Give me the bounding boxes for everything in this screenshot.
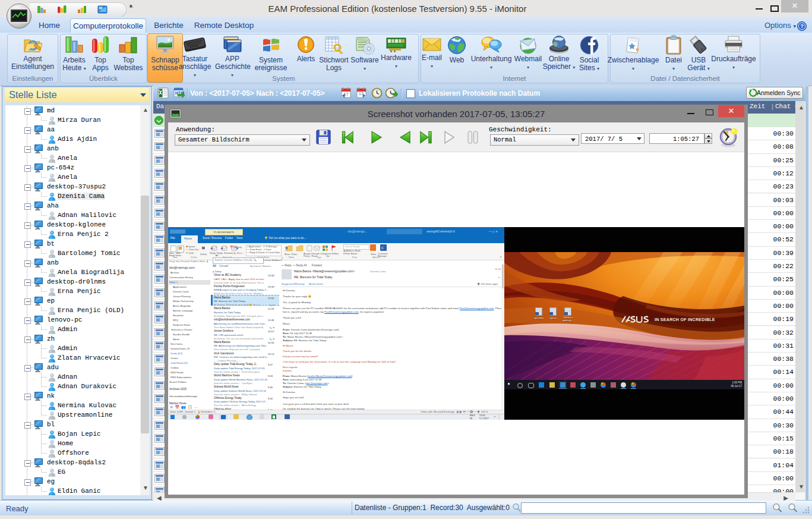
- svg-text:?: ?: [800, 23, 804, 29]
